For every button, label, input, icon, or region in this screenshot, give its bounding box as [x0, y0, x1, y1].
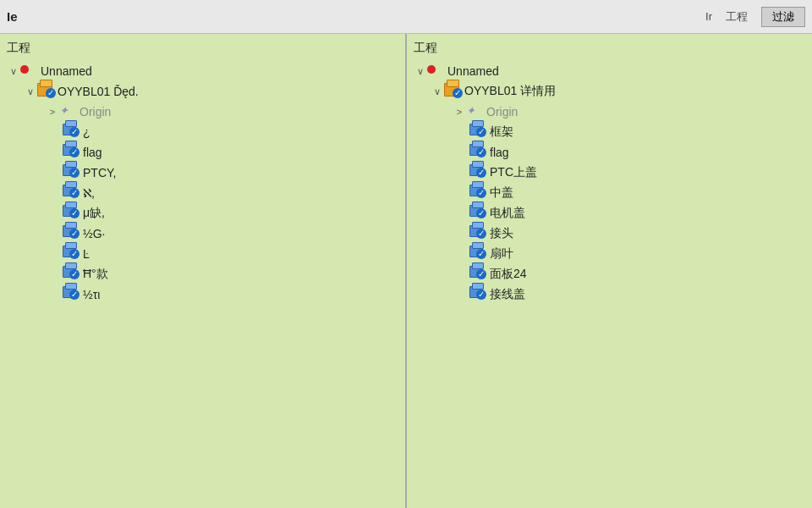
- assembly-icon: [37, 83, 54, 100]
- expand-unnamed-r[interactable]: [414, 64, 427, 78]
- expand-origin-r[interactable]: [453, 105, 466, 119]
- list-item[interactable]: ½G·: [7, 224, 398, 244]
- list-item[interactable]: ℵ,: [7, 183, 398, 203]
- no-expand: [49, 166, 63, 179]
- list-item[interactable]: PTC上盖: [414, 163, 805, 183]
- list-item[interactable]: 接线盖: [414, 284, 805, 305]
- no-expand: [456, 146, 469, 159]
- expand-unnamed[interactable]: [7, 64, 20, 78]
- tree-row-origin-r[interactable]: ✦ Origin: [414, 102, 805, 122]
- part-label-7: Ħ°款: [83, 267, 108, 282]
- no-expand: [456, 288, 469, 301]
- part-label-r8: 接线盖: [490, 287, 525, 302]
- part-icon: [469, 124, 486, 141]
- part-cube: [469, 164, 483, 176]
- part-icon: [469, 144, 486, 161]
- part-label-4: μ缺,: [83, 206, 105, 221]
- part-label-0: ¿: [83, 125, 91, 139]
- origin-label-r: Origin: [486, 105, 518, 119]
- list-item[interactable]: flag: [414, 142, 805, 163]
- part-icon: [63, 144, 80, 161]
- no-expand: [456, 125, 469, 139]
- part-label-8: ½τι: [83, 288, 100, 301]
- part-cube: [63, 286, 76, 298]
- root-label: Unnamed: [41, 64, 92, 78]
- list-item[interactable]: 接头: [414, 224, 805, 244]
- list-item[interactable]: ½τι: [7, 284, 398, 305]
- main-content: 工程 Unnamed OYYBL01 Ďęd.: [0, 34, 812, 508]
- tree-row-assembly-r[interactable]: OYYBL01 详情用: [414, 81, 805, 102]
- part-icon: [63, 124, 80, 141]
- part-label-r5: 接头: [490, 226, 513, 241]
- part-cube: [63, 225, 76, 237]
- part-label-3: ℵ,: [83, 186, 95, 200]
- list-item[interactable]: Ŀ: [7, 244, 398, 264]
- tree-row-root-unnamed-r[interactable]: Unnamed: [414, 61, 805, 81]
- part-icon: [63, 246, 80, 262]
- part-icon: [469, 185, 486, 202]
- part-label-r7: 面板24: [490, 267, 527, 282]
- list-item[interactable]: flag: [7, 142, 398, 163]
- part-label-1: flag: [83, 146, 102, 159]
- no-expand: [49, 207, 63, 220]
- part-icon: [63, 266, 80, 283]
- list-item[interactable]: Ħ°款: [7, 264, 398, 284]
- no-expand: [49, 268, 63, 281]
- no-expand: [456, 247, 469, 261]
- part-icon: [63, 205, 80, 222]
- part-icon: [63, 286, 80, 303]
- part-cube: [63, 246, 76, 257]
- part-icon: [469, 286, 486, 303]
- no-expand: [456, 268, 469, 281]
- part-cube: [469, 144, 483, 156]
- no-expand: [49, 247, 63, 261]
- list-item[interactable]: ¿: [7, 122, 398, 142]
- no-expand: [456, 186, 469, 200]
- list-item[interactable]: 电机盖: [414, 203, 805, 224]
- part-cube: [63, 124, 76, 135]
- part-icon: [63, 225, 80, 242]
- origin-symbol-r: ✦: [466, 104, 475, 117]
- expand-assembly-r[interactable]: [431, 85, 444, 98]
- part-cube: [469, 246, 483, 257]
- part-label-r3: 中盖: [490, 185, 513, 201]
- part-icon: [469, 225, 486, 242]
- part-label-r0: 框架: [490, 124, 513, 140]
- assembly-cube-r: [444, 83, 459, 97]
- project-header-label: 工程: [726, 9, 748, 25]
- list-item[interactable]: 扇叶: [414, 244, 805, 264]
- list-item[interactable]: 面板24: [414, 264, 805, 284]
- part-cube: [469, 185, 483, 196]
- tree-row-assembly[interactable]: OYYBL01 Ďęd.: [7, 81, 398, 102]
- expand-origin[interactable]: [46, 105, 59, 119]
- no-expand: [456, 166, 469, 179]
- list-item[interactable]: μ缺,: [7, 203, 398, 224]
- list-item[interactable]: 框架: [414, 122, 805, 142]
- no-expand: [49, 227, 63, 240]
- part-cube: [63, 164, 76, 176]
- part-label-r6: 扇叶: [490, 246, 513, 262]
- list-item[interactable]: PTCY,: [7, 163, 398, 183]
- part-cube: [469, 225, 483, 237]
- no-expand: [49, 125, 63, 139]
- filter-button[interactable]: 过滤: [761, 7, 805, 27]
- assembly-label-r: OYYBL01 详情用: [464, 84, 556, 99]
- root-label-r: Unnamed: [447, 64, 499, 78]
- top-right-label: Ir: [705, 10, 712, 23]
- project-dot-r: [427, 65, 436, 74]
- part-label-2: PTCY,: [83, 166, 116, 179]
- origin-symbol: ✦: [59, 104, 69, 117]
- left-panel-title: 工程: [7, 41, 398, 56]
- origin-label: Origin: [80, 105, 111, 119]
- tree-row-root-unnamed[interactable]: Unnamed: [7, 61, 398, 81]
- expand-assembly[interactable]: [24, 85, 37, 98]
- right-tree: Unnamed OYYBL01 详情用 ✦ Origin: [414, 61, 805, 501]
- part-cube: [63, 266, 76, 278]
- part-cube: [469, 205, 483, 217]
- no-expand: [49, 146, 63, 159]
- tree-row-origin[interactable]: ✦ Origin: [7, 102, 398, 122]
- list-item[interactable]: 中盖: [414, 183, 805, 203]
- assembly-icon-r: [444, 83, 461, 100]
- left-tree: Unnamed OYYBL01 Ďęd. ✦ Origin: [7, 61, 398, 501]
- origin-icon-r: ✦: [466, 103, 483, 120]
